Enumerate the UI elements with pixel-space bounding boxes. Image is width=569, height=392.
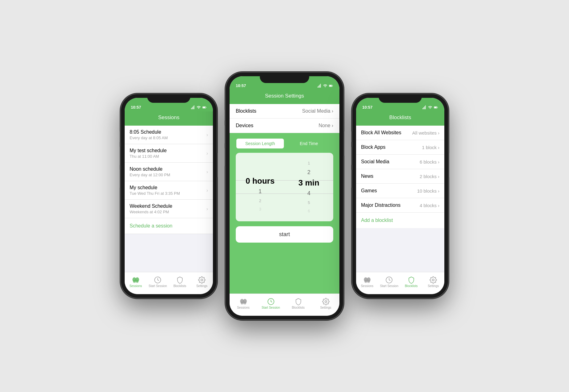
svg-rect-28 [424, 106, 425, 109]
blocklist-name: News [361, 173, 373, 179]
svg-point-22 [243, 302, 246, 305]
blocklists-list[interactable]: Block All Websites All websites › Block … [356, 126, 444, 272]
nav-blocklists[interactable]: Blocklists [284, 298, 312, 309]
notch-right [379, 94, 422, 103]
bottom-nav-left: Sessions Start Session Blocklists [125, 272, 213, 294]
bottom-nav-right: Sessions Start Session Blocklists [356, 272, 444, 294]
sessions-list[interactable]: 8:05 Schedule Every day at 8:05 AM › My … [125, 126, 213, 272]
list-item[interactable]: News 2 blocks › [356, 169, 444, 184]
list-item[interactable]: Block Apps 1 block › [356, 140, 444, 155]
schedule-session-link[interactable]: Schedule a session [125, 218, 213, 234]
blocklists-row[interactable]: Blocklists Social Media › [230, 104, 339, 119]
nav-sessions-label: Sessions [361, 284, 373, 288]
power-button [217, 153, 218, 177]
list-item[interactable]: Noon schedule Every day at 12:00 PM › [125, 163, 213, 181]
tab-end-time[interactable]: End Time [285, 139, 333, 148]
volume-up-button-center [225, 125, 226, 144]
mute-button-right [351, 131, 352, 142]
hours-below-3: 3 [236, 205, 284, 213]
session-tabs: Session Length End Time [236, 138, 333, 149]
nav-start-session[interactable]: Start Session [147, 276, 169, 288]
devices-row[interactable]: Devices None › [230, 119, 339, 133]
status-time-left: 10:57 [131, 105, 141, 110]
nav-blocklists-label: Blocklists [292, 306, 305, 309]
chevron-right-icon: › [438, 188, 439, 194]
nav-settings-label: Settings [320, 306, 331, 309]
nav-blocklists-label: Blocklists [405, 284, 418, 288]
sessions-title: Sessions [131, 115, 207, 121]
nav-start-session[interactable]: Start Session [378, 276, 401, 288]
start-button[interactable]: start [236, 226, 333, 243]
blocklist-count: 6 blocks › [420, 159, 439, 165]
list-item[interactable]: My schedule Tue Wed Thu Fri at 3:35 PM › [125, 181, 213, 200]
settings-icon [322, 298, 330, 305]
nav-sessions[interactable]: Sessions [230, 298, 257, 309]
svg-rect-31 [434, 107, 437, 108]
volume-up-button [120, 147, 121, 165]
blocklists-title: Blocklists [362, 115, 438, 121]
chevron-right-icon: › [438, 203, 439, 208]
mute-button [120, 131, 121, 142]
devices-row-value: None › [318, 123, 333, 128]
hours-column[interactable]: 0 hours 1 2 3 [236, 159, 284, 215]
mins-below-3: 6 [284, 207, 333, 215]
tab-session-length[interactable]: Session Length [236, 139, 284, 148]
list-item[interactable]: 8:05 Schedule Every day at 8:05 AM › [125, 126, 213, 144]
signal-icon [317, 84, 322, 88]
settings-rows: Blocklists Social Media › Devices None › [230, 104, 339, 133]
list-item[interactable]: Major Distractions 4 blocks › [356, 198, 444, 213]
session-title: 8:05 Schedule [130, 129, 206, 135]
nav-sessions[interactable]: Sessions [125, 276, 147, 288]
volume-up-button-right [351, 147, 352, 165]
time-picker[interactable]: 0 hours 1 2 3 1 2 3 min 4 5 [236, 153, 333, 221]
hours-value [236, 167, 284, 176]
blocklist-count: 1 block › [422, 145, 439, 150]
hours-below-2: 2 [236, 197, 284, 205]
blocklist-count: 4 blocks › [420, 203, 439, 208]
power-button-right [448, 153, 449, 177]
center-screen: 10:57 Session Settings Blo [230, 76, 339, 316]
blocklist-name: Social Media [361, 159, 389, 165]
nav-blocklists-label: Blocklists [173, 284, 186, 288]
svg-rect-14 [318, 85, 319, 87]
clock-icon [154, 276, 161, 284]
nav-settings[interactable]: Settings [422, 276, 445, 288]
nav-blocklists[interactable]: Blocklists [400, 276, 422, 288]
session-title: My test schedule [130, 148, 206, 153]
left-screen: 10:57 Sessions 8:05 Schedule [125, 98, 213, 294]
list-item[interactable]: Block All Websites All websites › [356, 126, 444, 140]
nav-start-session[interactable]: Start Session [257, 298, 284, 309]
status-icons-center [317, 84, 333, 88]
picker-columns: 0 hours 1 2 3 1 2 3 min 4 5 [236, 156, 333, 218]
chevron-right-icon: › [206, 132, 208, 138]
chevron-right-icon: › [438, 130, 439, 136]
list-item[interactable]: Games 10 blocks › [356, 184, 444, 198]
signal-icon [422, 105, 426, 110]
session-subtitle: Thu at 11:00 AM [130, 154, 206, 159]
nav-settings[interactable]: Settings [312, 298, 339, 309]
status-time-center: 10:57 [236, 83, 246, 88]
list-item[interactable]: Social Media 6 blocks › [356, 155, 444, 169]
shield-icon [295, 298, 302, 305]
session-settings-title: Session Settings [236, 93, 333, 99]
center-phone: 10:57 Session Settings Blo [226, 73, 343, 319]
add-blocklist-link[interactable]: Add a blocklist [356, 213, 444, 228]
mins-selected: 3 min [284, 177, 333, 188]
nav-settings[interactable]: Settings [191, 276, 213, 288]
battery-icon [329, 84, 333, 88]
svg-rect-15 [319, 85, 320, 88]
svg-point-35 [367, 280, 370, 283]
nav-sessions[interactable]: Sessions [356, 276, 378, 288]
hours-value [236, 159, 284, 167]
nav-start-session-label: Start Session [380, 284, 398, 288]
list-item[interactable]: Weekend Schedule Weekends at 4:02 PM › [125, 200, 213, 218]
blocklist-count: All websites › [412, 130, 439, 136]
devices-row-label: Devices [236, 123, 253, 128]
list-item[interactable]: My test schedule Thu at 11:00 AM › [125, 144, 213, 163]
mins-column[interactable]: 1 2 3 min 4 5 6 [284, 159, 333, 215]
status-time-right: 10:57 [362, 105, 372, 110]
bottom-nav-center: Sessions Start Session Blocklists [230, 294, 339, 316]
nav-blocklists[interactable]: Blocklists [169, 276, 191, 288]
svg-rect-13 [318, 86, 318, 88]
power-button-center [343, 131, 344, 156]
